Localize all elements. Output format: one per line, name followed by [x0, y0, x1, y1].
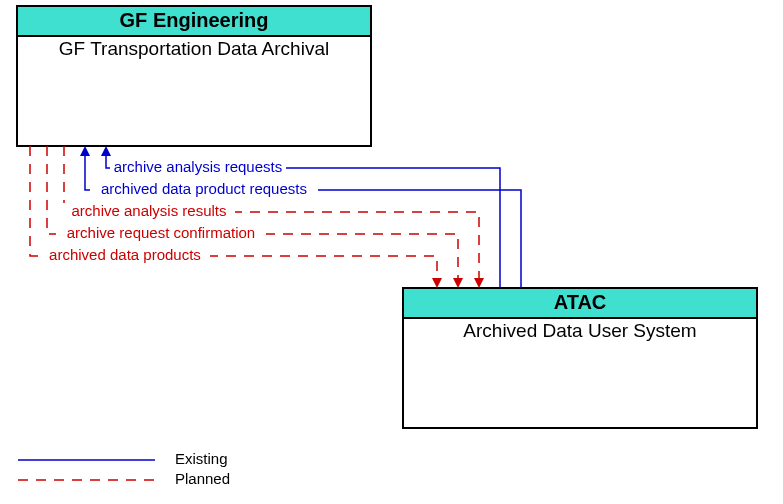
flow-label: archived data product requests: [101, 180, 307, 197]
legend: Existing Planned: [18, 450, 230, 487]
legend-existing-label: Existing: [175, 450, 228, 467]
flow-label: archived data products: [49, 246, 201, 263]
node-header: ATAC: [554, 291, 607, 313]
node-title: GF Transportation Data Archival: [59, 38, 329, 59]
flow-label: archive analysis requests: [114, 158, 282, 175]
svg-marker-12: [432, 278, 442, 288]
legend-planned-label: Planned: [175, 470, 230, 487]
svg-marker-10: [453, 278, 463, 288]
flow-label: archive analysis results: [71, 202, 226, 219]
svg-marker-6: [80, 146, 90, 156]
architecture-diagram: GF Engineering GF Transportation Data Ar…: [0, 0, 783, 504]
node-header: GF Engineering: [120, 9, 269, 31]
node-atac: ATAC Archived Data User System: [403, 288, 757, 428]
svg-marker-8: [474, 278, 484, 288]
node-title: Archived Data User System: [463, 320, 696, 341]
flow-label: archive request confirmation: [67, 224, 255, 241]
svg-marker-4: [101, 146, 111, 156]
node-gf-engineering: GF Engineering GF Transportation Data Ar…: [17, 6, 371, 146]
